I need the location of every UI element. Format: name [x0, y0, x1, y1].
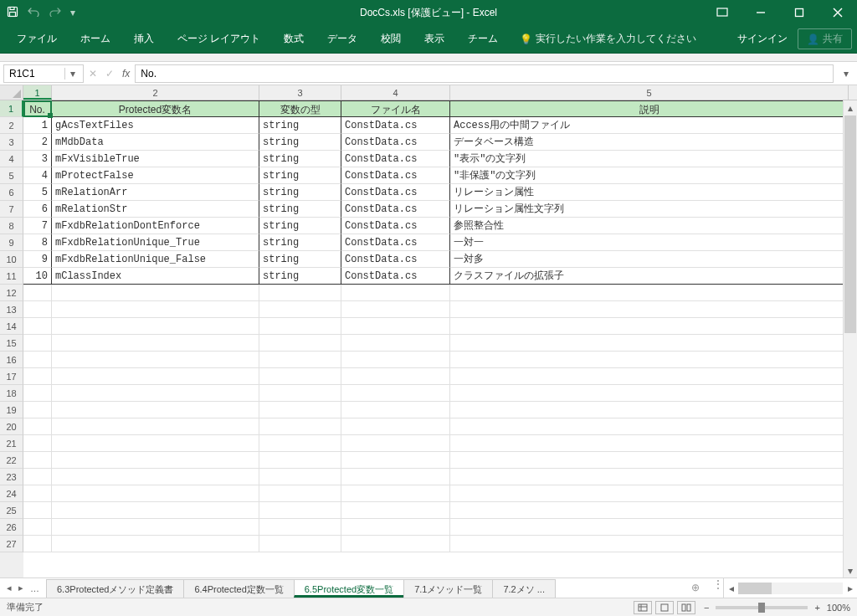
formula-expand-icon[interactable]: ▾ [839, 68, 854, 80]
row-header-9[interactable]: 9 [0, 234, 23, 251]
row-header-16[interactable]: 16 [0, 352, 23, 368]
cell[interactable] [23, 452, 52, 469]
cell[interactable]: 10 [23, 268, 52, 285]
cell[interactable] [52, 469, 259, 485]
view-page-break-icon[interactable] [677, 601, 695, 614]
cell[interactable]: string [259, 151, 341, 167]
cell[interactable] [52, 335, 259, 352]
cell[interactable] [450, 368, 849, 385]
cell[interactable] [450, 485, 849, 502]
cell[interactable]: 9 [23, 251, 52, 268]
cell[interactable] [52, 502, 259, 519]
cell[interactable]: string [259, 218, 341, 234]
cell[interactable] [450, 519, 849, 536]
cell[interactable] [450, 285, 849, 301]
cell[interactable] [52, 435, 259, 452]
cell[interactable] [259, 402, 341, 418]
maximize-button[interactable] [780, 0, 819, 25]
sheet-tab[interactable]: 6.4Protected定数一覧 [183, 579, 294, 598]
new-sheet-button[interactable]: ⊕ [686, 578, 705, 598]
name-box-input[interactable] [4, 68, 64, 80]
row-header-26[interactable]: 26 [0, 519, 23, 536]
cell[interactable] [259, 536, 341, 552]
tab-data[interactable]: データ [316, 25, 369, 54]
cell[interactable] [52, 318, 259, 335]
row-header-18[interactable]: 18 [0, 385, 23, 402]
sheet-tab[interactable]: 7.1メソッド一覧 [403, 579, 493, 598]
hscroll-left-icon[interactable]: ◂ [724, 583, 738, 594]
cell[interactable]: ConstData.cs [341, 234, 450, 251]
vertical-scrollbar[interactable]: ▴ ▾ [843, 100, 857, 578]
col-header-4[interactable]: 4 [341, 85, 450, 100]
tab-view[interactable]: 表示 [413, 25, 456, 54]
tab-review[interactable]: 校閲 [369, 25, 413, 54]
view-page-layout-icon[interactable] [655, 601, 674, 614]
cell[interactable] [450, 352, 849, 368]
tell-me-search[interactable]: 💡 実行したい作業を入力してください [520, 32, 696, 46]
cell[interactable]: 4 [23, 167, 52, 184]
tab-home[interactable]: ホーム [69, 25, 122, 54]
cell[interactable]: gAcsTextFiles [52, 117, 259, 134]
sheet-tab[interactable]: 6.5Protected変数一覧 [294, 579, 404, 598]
tab-team[interactable]: チーム [456, 25, 510, 54]
zoom-slider[interactable] [716, 606, 808, 609]
zoom-out-button[interactable]: − [704, 603, 709, 613]
scroll-thumb[interactable] [844, 116, 856, 333]
col-header-2[interactable]: 2 [52, 85, 259, 100]
tab-insert[interactable]: 挿入 [122, 25, 166, 54]
hscroll-thumb[interactable] [738, 583, 772, 594]
tab-file[interactable]: ファイル [5, 25, 69, 54]
cell[interactable]: リレーション属性 [450, 184, 849, 201]
cell[interactable] [341, 368, 450, 385]
ribbon-display-icon[interactable] [703, 0, 742, 25]
cell[interactable]: string [259, 117, 341, 134]
cell[interactable] [52, 418, 259, 435]
cell[interactable]: データベース構造 [450, 134, 849, 151]
table-header[interactable]: Protected変数名 [52, 100, 259, 117]
cell[interactable] [259, 385, 341, 402]
cell[interactable] [23, 335, 52, 352]
cell[interactable]: 5 [23, 184, 52, 201]
cell[interactable]: "非保護"の文字列 [450, 167, 849, 184]
view-normal-icon[interactable] [634, 601, 652, 614]
cell[interactable]: 一対多 [450, 251, 849, 268]
cell[interactable] [23, 435, 52, 452]
row-header-7[interactable]: 7 [0, 201, 23, 218]
row-header-13[interactable]: 13 [0, 301, 23, 318]
cell[interactable] [259, 285, 341, 301]
cell[interactable] [341, 318, 450, 335]
col-header-1[interactable]: 1 [23, 85, 52, 100]
cell[interactable]: "表示"の文字列 [450, 151, 849, 167]
cell[interactable] [259, 318, 341, 335]
cell[interactable] [341, 385, 450, 402]
cell[interactable] [450, 435, 849, 452]
cell[interactable] [23, 469, 52, 485]
cell[interactable] [259, 519, 341, 536]
cell[interactable] [450, 385, 849, 402]
row-header-23[interactable]: 23 [0, 469, 23, 485]
cell[interactable] [23, 352, 52, 368]
cell[interactable] [259, 469, 341, 485]
row-header-6[interactable]: 6 [0, 184, 23, 201]
cell[interactable] [52, 301, 259, 318]
cell[interactable]: ConstData.cs [341, 167, 450, 184]
cell[interactable]: string [259, 184, 341, 201]
tab-nav-prev-icon[interactable]: ◂ [7, 583, 12, 593]
cell[interactable]: 2 [23, 134, 52, 151]
cell[interactable]: string [259, 251, 341, 268]
cell[interactable] [23, 285, 52, 301]
row-header-24[interactable]: 24 [0, 485, 23, 502]
cell[interactable] [23, 519, 52, 536]
select-all-corner[interactable] [0, 85, 23, 100]
cell[interactable]: 3 [23, 151, 52, 167]
cell[interactable] [450, 452, 849, 469]
cell[interactable]: 参照整合性 [450, 218, 849, 234]
cell[interactable]: string [259, 234, 341, 251]
formula-input[interactable] [136, 68, 833, 80]
name-box-dropdown-icon[interactable]: ▾ [64, 68, 80, 80]
cell[interactable]: ConstData.cs [341, 134, 450, 151]
cell[interactable] [52, 402, 259, 418]
name-box[interactable]: ▾ [3, 64, 84, 83]
cell[interactable] [52, 519, 259, 536]
cell[interactable]: ConstData.cs [341, 251, 450, 268]
